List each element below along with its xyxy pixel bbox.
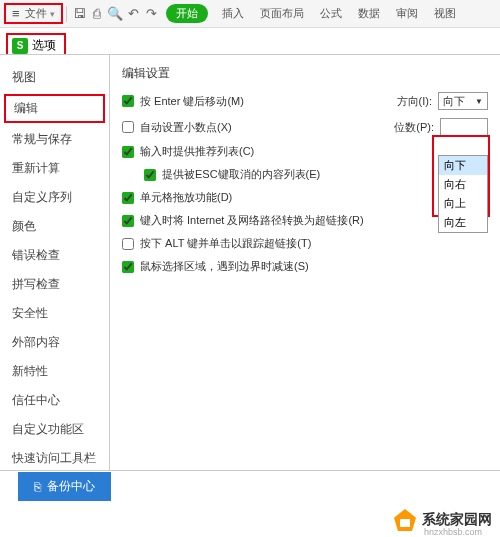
chevron-down-icon: ▾ [50, 9, 55, 19]
sidebar-item-qat[interactable]: 快速访问工具栏 [0, 444, 109, 470]
label-esc-cancel: 提供被ESC键取消的内容列表(E) [162, 167, 320, 182]
redo-icon[interactable]: ↷ [142, 6, 160, 21]
menu-insert[interactable]: 插入 [222, 6, 244, 21]
opt-alt-click: 按下 ALT 键并单击以跟踪超链接(T) [122, 236, 488, 251]
file-label: 文件 [25, 6, 47, 21]
preview-icon[interactable]: 🔍 [106, 6, 124, 21]
label-enter-move: 按 Enter 键后移动(M) [140, 94, 244, 109]
checkbox-internet-link[interactable] [122, 215, 134, 227]
dd-option-down[interactable]: 向下 [439, 156, 487, 175]
sidebar-item-custom-ribbon[interactable]: 自定义功能区 [0, 415, 109, 444]
backup-icon [34, 480, 41, 494]
checkbox-alt-click[interactable] [122, 238, 134, 250]
direction-label: 方向(I): [397, 94, 432, 109]
tab-label: 选项 [32, 37, 56, 54]
label-alt-click: 按下 ALT 键并单击以跟踪超链接(T) [140, 236, 311, 251]
main-toolbar: 文件 ▾ 🖫 ⎙ 🔍 ↶ ↷ 开始 插入 页面布局 公式 数据 审阅 视图 [0, 0, 500, 28]
separator [66, 6, 67, 22]
menu-view[interactable]: 视图 [434, 6, 456, 21]
checkbox-cell-drag[interactable] [122, 192, 134, 204]
opt-enter-move: 按 Enter 键后移动(M) 方向(I): 向下 ▼ [122, 92, 488, 110]
direction-dropdown-menu: 向下 向右 向上 向左 [438, 155, 488, 233]
dd-option-right[interactable]: 向右 [439, 175, 487, 194]
sidebar-item-spell[interactable]: 拼写检查 [0, 270, 109, 299]
direction-dropdown[interactable]: 向下 ▼ [438, 92, 488, 110]
label-auto-decimal: 自动设置小数点(X) [140, 120, 232, 135]
sidebar-item-new-features[interactable]: 新特性 [0, 357, 109, 386]
watermark-sub: hnzxhbsb.com [424, 527, 482, 537]
sidebar-item-trust[interactable]: 信任中心 [0, 386, 109, 415]
tab-row: S 选项 [0, 28, 500, 54]
opt-mouse-select: 鼠标选择区域，遇到边界时减速(S) [122, 259, 488, 274]
opt-internet-link: 键入时将 Internet 及网络路径转换为超链接(R) [122, 213, 488, 228]
label-internet-link: 键入时将 Internet 及网络路径转换为超链接(R) [140, 213, 364, 228]
sidebar: 视图 编辑 常规与保存 重新计算 自定义序列 颜色 错误检查 拼写检查 安全性 … [0, 55, 110, 470]
menu-data[interactable]: 数据 [358, 6, 380, 21]
checkbox-input-suggest[interactable] [122, 146, 134, 158]
checkbox-enter-move[interactable] [122, 95, 134, 107]
save-icon[interactable]: 🖫 [70, 6, 88, 21]
sidebar-item-custom-list[interactable]: 自定义序列 [0, 183, 109, 212]
wps-icon: S [12, 38, 28, 54]
sidebar-item-security[interactable]: 安全性 [0, 299, 109, 328]
label-cell-drag: 单元格拖放功能(D) [140, 190, 232, 205]
backup-center-button[interactable]: 备份中心 [18, 472, 111, 501]
sidebar-item-general[interactable]: 常规与保存 [0, 125, 109, 154]
menu-layout[interactable]: 页面布局 [260, 6, 304, 21]
menu-review[interactable]: 审阅 [396, 6, 418, 21]
content-panel: 编辑设置 按 Enter 键后移动(M) 方向(I): 向下 ▼ 自动设置小数点… [110, 55, 500, 470]
main-area: 视图 编辑 常规与保存 重新计算 自定义序列 颜色 错误检查 拼写检查 安全性 … [0, 54, 500, 470]
checkbox-mouse-select[interactable] [122, 261, 134, 273]
sidebar-item-color[interactable]: 颜色 [0, 212, 109, 241]
tab-options[interactable]: S 选项 [6, 33, 66, 54]
footer: 备份中心 [18, 472, 111, 501]
sidebar-item-error-check[interactable]: 错误检查 [0, 241, 109, 270]
sidebar-item-external[interactable]: 外部内容 [0, 328, 109, 357]
opt-auto-decimal: 自动设置小数点(X) 位数(P): [122, 118, 488, 136]
opt-cell-drag: 单元格拖放功能(D) [122, 190, 488, 205]
watermark-house-icon [394, 509, 416, 531]
checkbox-auto-decimal[interactable] [122, 121, 134, 133]
dd-option-left[interactable]: 向左 [439, 213, 487, 232]
hamburger-icon [12, 6, 22, 21]
sidebar-item-edit[interactable]: 编辑 [4, 94, 105, 123]
watermark: 系统家园网 hnzxhbsb.com [394, 509, 492, 531]
dropdown-arrow-icon: ▼ [475, 97, 483, 106]
places-label: 位数(P): [394, 120, 434, 135]
start-button[interactable]: 开始 [166, 4, 208, 23]
undo-icon[interactable]: ↶ [124, 6, 142, 21]
dd-option-up[interactable]: 向上 [439, 194, 487, 213]
opt-input-suggest: 输入时提供推荐列表(C) [122, 144, 488, 159]
section-title: 编辑设置 [122, 65, 488, 82]
backup-label: 备份中心 [47, 478, 95, 495]
file-menu-button[interactable]: 文件 ▾ [4, 3, 63, 24]
direction-value: 向下 [443, 94, 465, 109]
footer-separator [0, 470, 500, 471]
checkbox-esc-cancel[interactable] [144, 169, 156, 181]
print-icon[interactable]: ⎙ [88, 6, 106, 21]
opt-esc-cancel: 提供被ESC键取消的内容列表(E) [122, 167, 488, 182]
label-input-suggest: 输入时提供推荐列表(C) [140, 144, 254, 159]
menu-formula[interactable]: 公式 [320, 6, 342, 21]
sidebar-item-view[interactable]: 视图 [0, 63, 109, 92]
label-mouse-select: 鼠标选择区域，遇到边界时减速(S) [140, 259, 309, 274]
places-input[interactable] [440, 118, 488, 136]
sidebar-item-recalc[interactable]: 重新计算 [0, 154, 109, 183]
